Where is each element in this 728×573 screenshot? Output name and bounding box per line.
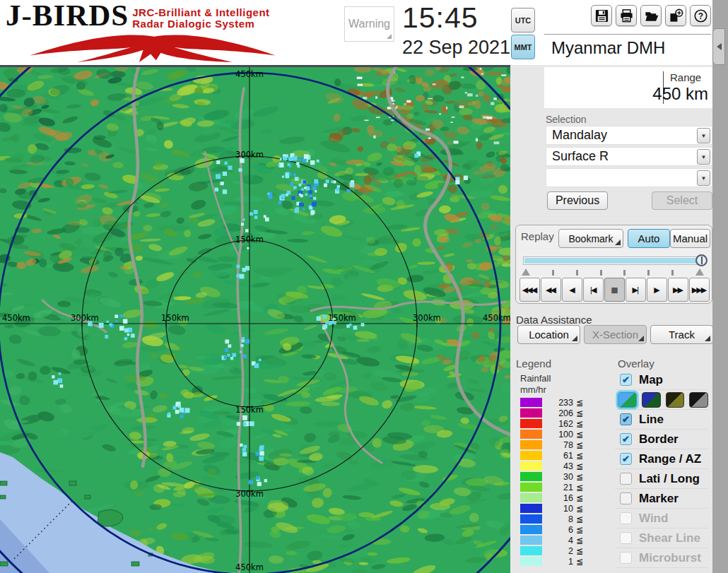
overlay-item-line[interactable]: ✔Line <box>615 410 708 430</box>
rewind-button[interactable]: ◀◀ <box>541 278 561 302</box>
chevron-down-icon[interactable]: ▼ <box>697 170 710 186</box>
legend-row: 4≦ <box>520 535 605 545</box>
line-checkbox[interactable]: ✔ <box>620 413 632 425</box>
legend-value: 78 <box>546 440 573 450</box>
save-button[interactable] <box>591 5 612 26</box>
range-az-checkbox[interactable]: ✔ <box>620 453 632 465</box>
overlay-item-lati-long[interactable]: Lati / Long <box>615 469 708 489</box>
overlay-item-wind[interactable]: Wind <box>615 509 708 528</box>
radar-map-display[interactable]: 450km 300km 150km 150km 300km 450km 450k… <box>0 65 510 573</box>
legend-operator: ≦ <box>576 472 583 482</box>
map-checkbox[interactable]: ✔ <box>620 374 632 386</box>
overlay-item-map[interactable]: ✔Map <box>615 370 708 390</box>
location-button[interactable]: Location <box>517 325 580 344</box>
step-back-button[interactable]: |◀ <box>583 278 604 302</box>
x-section-button[interactable]: X-Section <box>584 325 647 344</box>
legend-row: 100≦ <box>520 429 605 439</box>
legend-operator: ≦ <box>576 461 583 471</box>
legend-row: 206≦ <box>520 408 605 418</box>
legend-color-swatch <box>520 419 542 428</box>
ring-label: 150km <box>328 313 356 323</box>
product-dropdown[interactable]: Surface R ▼ <box>546 147 712 166</box>
play-button[interactable]: ▶ <box>647 278 667 302</box>
manual-mode-button[interactable]: Manual <box>670 229 710 248</box>
replay-timeline-fill <box>524 258 698 264</box>
map-style-swatch-1[interactable] <box>618 392 637 408</box>
ring-label: 450km <box>483 313 510 323</box>
panel-collapse-handle[interactable] <box>712 28 725 65</box>
overlay-item-label: Border <box>639 432 679 447</box>
legend-unit-line2: mm/hr <box>520 384 546 395</box>
map-style-swatch-4[interactable] <box>689 392 708 408</box>
legend-color-swatch <box>520 472 542 481</box>
radar-site-dropdown[interactable]: Mandalay ▼ <box>546 126 712 145</box>
ring-label: 300km <box>71 313 99 323</box>
header-bar: J-BIRDSJRC-Brilliant & IntelligentRadar … <box>0 0 712 65</box>
legend-color-swatch <box>520 514 542 524</box>
legend-row: 233≦ <box>520 397 605 408</box>
print-button[interactable] <box>616 5 637 26</box>
overlay-item-range-az[interactable]: ✔Range / AZ <box>615 449 708 469</box>
lati-long-checkbox[interactable] <box>620 473 632 485</box>
clock-time: 15:45 <box>402 1 479 35</box>
logo-tagline-line2: Radar Dialogic System <box>132 18 254 30</box>
step-forward-button[interactable]: ▶| <box>626 278 646 302</box>
legend-value: 4 <box>546 536 573 545</box>
legend-color-swatch <box>520 440 542 449</box>
legend-operator: ≦ <box>576 419 583 429</box>
track-button[interactable]: Track <box>650 325 713 344</box>
collapse-arrow-icon <box>717 43 722 50</box>
map-style-swatch-3[interactable] <box>666 392 685 408</box>
overlay-item-shear-line[interactable]: Shear Line <box>615 528 708 548</box>
forward-button[interactable]: ▶▶ <box>668 278 688 302</box>
help-button[interactable]: ? <box>690 5 711 26</box>
range-start-marker[interactable] <box>522 268 530 276</box>
jbirds-application: J-BIRDSJRC-Brilliant & IntelligentRadar … <box>0 0 728 573</box>
legend-row: 78≦ <box>520 439 605 450</box>
border-checkbox[interactable]: ✔ <box>620 433 632 445</box>
marker-checkbox[interactable] <box>620 492 632 504</box>
range-display: Range 450 km <box>544 67 712 108</box>
capture-image-icon <box>669 8 683 23</box>
auto-mode-button[interactable]: Auto <box>628 229 670 248</box>
chevron-down-icon[interactable]: ▼ <box>697 128 710 143</box>
warning-button[interactable]: Warning <box>344 6 394 42</box>
overlay-item-microburst[interactable]: Microburst <box>615 548 708 568</box>
legend-value: 6 <box>546 525 573 535</box>
select-button[interactable]: Select <box>652 191 712 210</box>
overlay-item-marker[interactable]: Marker <box>615 489 708 509</box>
legend-color-swatch <box>520 504 542 513</box>
replay-timeline-thumb[interactable] <box>695 254 708 266</box>
extra-dropdown[interactable]: ▼ <box>546 168 712 187</box>
previous-button[interactable]: Previous <box>547 191 608 210</box>
capture-image-button[interactable] <box>665 5 686 26</box>
manual-button-label: Manual <box>673 232 708 244</box>
map-style-swatch-2[interactable] <box>642 392 661 408</box>
legend-operator: ≦ <box>576 557 583 567</box>
overlay-item-border[interactable]: ✔Border <box>615 430 708 449</box>
legend-color-swatch <box>520 430 542 439</box>
ring-label: 450km <box>235 69 264 79</box>
forward-fast-button[interactable]: ▶▶▶ <box>689 278 710 302</box>
stop-button[interactable]: ■ <box>604 278 625 302</box>
radar-site-value: Mandalay <box>552 128 607 143</box>
bookmark-button[interactable]: Bookmark <box>558 229 623 248</box>
utc-button[interactable]: UTC <box>511 8 535 33</box>
chevron-down-icon[interactable]: ▼ <box>697 149 710 165</box>
rewind-fast-button[interactable]: ◀◀◀ <box>519 278 540 302</box>
overlay-item-label: Marker <box>639 492 679 506</box>
legend-operator: ≦ <box>576 430 583 439</box>
legend-color-swatch <box>520 398 542 407</box>
legend-row: 6≦ <box>520 524 605 535</box>
legend-value: 206 <box>546 408 573 418</box>
range-end-marker[interactable] <box>695 268 704 276</box>
open-file-button[interactable] <box>640 5 662 26</box>
legend-color-swatch <box>520 536 542 545</box>
replay-timeline-slider[interactable] <box>523 256 703 265</box>
play-reverse-button[interactable]: ◀ <box>562 278 582 302</box>
legend-operator: ≦ <box>576 483 583 492</box>
mmt-button[interactable]: MMT <box>511 35 535 59</box>
legend-row: 21≦ <box>520 482 605 492</box>
rainfall-legend: 233≦206≦162≦100≦78≦61≦43≦30≦21≦16≦10≦8≦6… <box>520 397 605 567</box>
legend-color-swatch <box>520 408 542 418</box>
